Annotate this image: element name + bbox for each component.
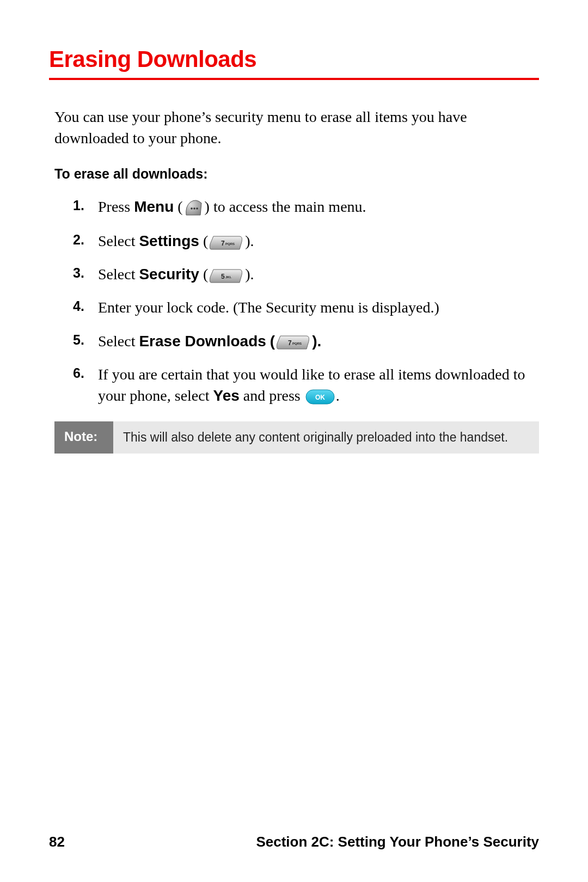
step-4: 4. Enter your lock code. (The Security m… xyxy=(54,297,539,318)
step-6: 6. If you are certain that you would lik… xyxy=(54,364,539,406)
step-number: 2. xyxy=(73,230,84,249)
svg-point-2 xyxy=(196,207,198,210)
intro-paragraph: You can use your phone’s security menu t… xyxy=(54,106,534,149)
seven-key-icon: 7 PQRS xyxy=(209,234,244,252)
step-text: Select xyxy=(98,232,139,249)
step-5: 5. Select Erase Downloads ( 7 PQRS ). xyxy=(54,330,539,352)
step-text: . xyxy=(336,387,340,404)
page-footer: 82 Section 2C: Setting Your Phone’s Secu… xyxy=(49,834,539,850)
steps-subhead: To erase all downloads: xyxy=(54,166,539,182)
step-number: 6. xyxy=(73,364,84,383)
step-2: 2. Select Settings ( 7 PQRS ). xyxy=(54,230,539,252)
section-title: Section 2C: Setting Your Phone’s Securit… xyxy=(256,834,539,850)
step-text: and press xyxy=(240,387,304,404)
menu-label: Menu xyxy=(134,198,174,215)
svg-point-1 xyxy=(193,207,195,210)
security-label: Security xyxy=(139,266,199,283)
seven-key-icon: 7 PQRS xyxy=(276,334,311,351)
yes-label: Yes xyxy=(213,387,240,404)
step-number: 1. xyxy=(73,196,84,215)
note-label: Note: xyxy=(54,421,113,454)
step-text: Press xyxy=(98,198,134,215)
svg-text:JKL: JKL xyxy=(225,275,232,279)
step-number: 5. xyxy=(73,330,84,350)
svg-text:5: 5 xyxy=(221,273,225,280)
svg-text:7: 7 xyxy=(221,240,225,247)
step-number: 3. xyxy=(73,264,84,283)
svg-text:7: 7 xyxy=(288,339,292,347)
title-divider xyxy=(49,78,539,80)
step-3: 3. Select Security ( 5 JKL ). xyxy=(54,264,539,285)
page-number: 82 xyxy=(49,834,65,850)
step-number: 4. xyxy=(73,297,84,316)
step-text: Select xyxy=(98,266,139,283)
step-text: Enter your lock code. (The Security menu… xyxy=(98,299,439,316)
erase-downloads-label: Erase Downloads xyxy=(139,333,266,350)
note-box: Note: This will also delete any content … xyxy=(54,421,539,454)
step-text: Select xyxy=(98,333,139,350)
step-text: to access the main menu. xyxy=(210,198,366,215)
svg-text:PQRS: PQRS xyxy=(292,342,302,345)
five-key-icon: 5 JKL xyxy=(209,267,244,285)
note-body: This will also delete any content origin… xyxy=(113,421,539,454)
svg-point-0 xyxy=(191,207,193,210)
svg-text:PQRS: PQRS xyxy=(225,242,235,246)
ok-key-icon: OK xyxy=(305,388,335,406)
settings-label: Settings xyxy=(139,232,199,249)
svg-text:OK: OK xyxy=(315,394,325,401)
menu-key-icon xyxy=(184,199,204,218)
step-1: 1. Press Menu ( ) to access the main men… xyxy=(54,196,539,218)
steps-list: 1. Press Menu ( ) to access the main men… xyxy=(54,196,539,406)
page-title: Erasing Downloads xyxy=(49,46,539,78)
